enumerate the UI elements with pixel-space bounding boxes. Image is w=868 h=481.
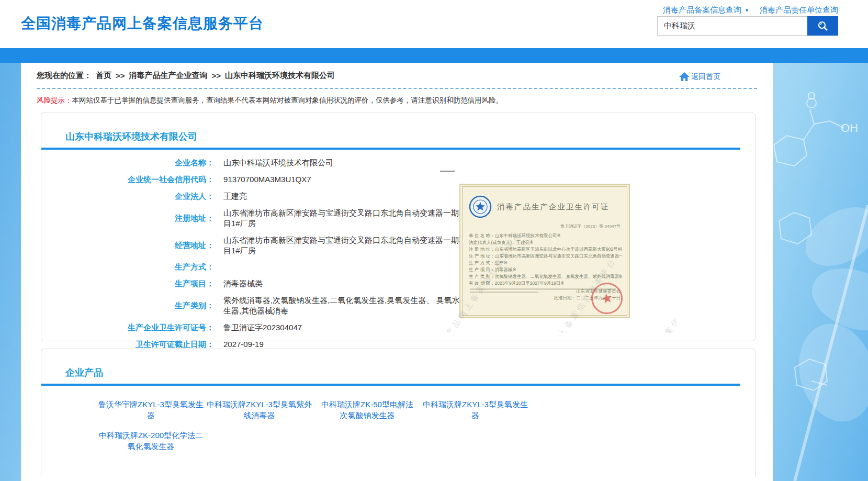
product-link[interactable]: 鲁沃华宇牌ZKYL-3型臭氧发生器: [97, 399, 205, 421]
nav-filing-info-query-label: 消毒产品备案信息查询: [663, 5, 741, 15]
field-label: 生产企业卫生许可证号：: [41, 323, 214, 333]
nav-filing-info-query[interactable]: 消毒产品备案信息查询 ▼: [663, 5, 749, 15]
breadcrumb-current-page: 山东中科瑞沃环境技术有限公司: [225, 71, 335, 81]
certificate-line: 生 产 项 目：消毒器械※: [469, 266, 622, 273]
field-label: 生产项目：: [41, 279, 214, 289]
field-row: 生产项目： 消毒器械类: [41, 278, 755, 289]
certificate-line: 法定代表人(或负责人)：王建亮※: [469, 239, 622, 246]
dashed-divider: [37, 88, 757, 89]
nav-responsible-unit-query-label: 消毒产品责任单位查询: [760, 5, 838, 15]
field-label: 企业统一社会信用代码：: [41, 175, 214, 185]
home-icon: [679, 72, 690, 82]
field-row: 企业名称： 山东中科瑞沃环境技术有限公司: [41, 158, 755, 168]
field-value: 王建亮: [223, 191, 247, 202]
field-label: 企业名称：: [41, 158, 214, 168]
field-value: 2027-09-19: [223, 339, 264, 350]
breadcrumb-separator: >>: [116, 71, 125, 80]
field-row: 经营地址： 山东省潍坊市高新区潍安路与宝通街交叉路口东北角自动变速器一期项目1#…: [41, 235, 755, 256]
content-panel: 您现在的位置： 首页 >> 消毒产品生产企业查询 >> 山东中科瑞沃环境技术有限…: [21, 63, 773, 481]
product-list: 鲁沃华宇牌ZKYL-3型臭氧发生器 中科瑞沃牌ZKYL-3型臭氧紫外线消毒器 中…: [41, 386, 755, 461]
breadcrumb-prefix: 您现在的位置：: [37, 71, 92, 81]
certificate-emblem-icon: [469, 195, 492, 218]
field-row: 生产方式：: [41, 262, 755, 272]
certificate-line: 生 产 方 式：生产※: [469, 260, 622, 266]
site-header: 全国消毒产品网上备案信息服务平台 消毒产品备案信息查询 ▼ 消毒产品责任单位查询: [0, 0, 868, 48]
chevron-down-icon: ▼: [745, 8, 749, 13]
field-value: 消毒器械类: [223, 278, 263, 289]
breadcrumb: 您现在的位置： 首页 >> 消毒产品生产企业查询 >> 山东中科瑞沃环境技术有限…: [37, 71, 757, 82]
card-title-rule: [41, 148, 740, 150]
risk-notice-label: 风险提示：: [37, 96, 72, 104]
company-info-card: 山东中科瑞沃环境技术有限公司 企业名称： 山东中科瑞沃环境技术有限公司 企业统一…: [41, 113, 756, 341]
image-dash-mark: [440, 171, 455, 172]
field-label: 生产方式：: [41, 262, 214, 272]
certificate-line: 单 位 名 称：山东中科瑞沃环境技术有限公司※: [469, 232, 622, 239]
certificate-fine-print: [470, 292, 538, 293]
product-link[interactable]: 中科瑞沃牌ZKYL-3型臭氧紫外线消毒器: [205, 399, 313, 421]
products-card-title: 企业产品: [41, 349, 755, 379]
field-value: 山东省潍坊市高新区潍安路与宝通街交叉路口东北角自动变速器一期项目1#厂房: [223, 208, 468, 229]
field-row: 企业统一社会信用代码： 91370700MA3M3U1QX7: [41, 174, 755, 185]
company-fields: 企业名称： 山东中科瑞沃环境技术有限公司 企业统一社会信用代码： 9137070…: [41, 158, 755, 350]
nav-responsible-unit-query[interactable]: 消毒产品责任单位查询: [760, 5, 838, 15]
svg-text:O: O: [807, 90, 816, 102]
search-input[interactable]: [657, 16, 807, 36]
product-link[interactable]: 中科瑞沃牌ZK-200型化学法二氧化氯发生器: [97, 430, 205, 452]
certificate-line: 生 产 类 别：次氯酸钠发生器、二氧化氯发生器、臭氧发生器、紫外线消毒器械※: [469, 273, 622, 280]
field-row: 生产企业卫生许可证号： 鲁卫消证字202304047: [41, 322, 755, 333]
product-link[interactable]: 中科瑞沃牌ZK-50型电解法次氯酸钠发生器: [321, 399, 414, 421]
field-label: 生产类别：: [41, 301, 214, 311]
certificate-number: 鲁卫消证字（2023）第-04047号: [469, 223, 621, 229]
field-label: 卫生许可证截止日期：: [41, 340, 214, 350]
field-value: 紫外线消毒器,次氯酸钠发生器,二氧化氯发生器,臭氧发生器、 臭氧水发生器,其他器…: [223, 295, 468, 316]
company-card-title: 山东中科瑞沃环境技术有限公司: [41, 113, 755, 143]
product-link[interactable]: 中科瑞沃牌ZKYL-3型臭氧发生器: [421, 399, 529, 421]
risk-notice: 风险提示：本网站仅基于已掌握的信息提供查询服务，查询结果不代表本网站对被查询对象…: [37, 96, 757, 105]
search-box: [657, 16, 838, 36]
field-row: 注册地址： 山东省潍坊市高新区潍安路与宝通街交叉路口东北角自动变速器一期项目1#…: [41, 208, 755, 229]
seal-star-icon: ★: [599, 289, 614, 307]
field-label: 经营地址：: [41, 241, 214, 251]
breadcrumb-company-query-link[interactable]: 消毒产品生产企业查询: [129, 71, 208, 81]
background-molecule-art: OH O: [763, 48, 868, 481]
search-icon: [817, 20, 829, 32]
field-label: 注册地址：: [41, 214, 214, 223]
certificate-title: 消毒产品生产企业卫生许可证: [497, 202, 610, 212]
header-accent-bar: [0, 48, 868, 63]
field-row: 生产类别： 紫外线消毒器,次氯酸钠发生器,二氧化氯发生器,臭氧发生器、 臭氧水发…: [41, 295, 755, 316]
field-row: 企业法人： 王建亮: [41, 191, 755, 202]
field-label: 企业法人：: [41, 192, 214, 202]
company-products-card: 企业产品 鲁沃华宇牌ZKYL-3型臭氧发生器 中科瑞沃牌ZKYL-3型臭氧紫外线…: [41, 349, 756, 477]
svg-text:OH: OH: [841, 121, 858, 135]
field-value: 山东中科瑞沃环境技术有限公司: [223, 158, 333, 168]
breadcrumb-separator: >>: [212, 71, 221, 80]
hygiene-license-certificate-image: 消毒产品生产企业卫生许可证 鲁卫消证字（2023）第-04047号 单 位 名 …: [459, 184, 630, 318]
search-button[interactable]: [807, 16, 838, 36]
field-value: 山东省潍坊市高新区潍安路与宝通街交叉路口东北角自动变速器一期项目1#厂房: [223, 235, 468, 256]
field-row: 卫生许可证截止日期： 2027-09-19: [41, 339, 755, 350]
risk-notice-text: 本网站仅基于已掌握的信息提供查询服务，查询结果不代表本网站对被查询对象信用状况的…: [72, 96, 503, 104]
top-nav: 消毒产品备案信息查询 ▼ 消毒产品责任单位查询: [663, 5, 838, 15]
certificate-line: 生 产 地 址：山东省潍坊市高新区潍安路与宝通街交叉路口东北角自动变速器一期项目…: [469, 253, 622, 260]
site-title: 全国消毒产品网上备案信息服务平台: [21, 14, 264, 33]
certificate-line: 注 册 地 址：山东省潍坊高新区玉清东街以北中心次干道以西高新大厦902号科研※: [469, 246, 622, 253]
breadcrumb-home-link[interactable]: 首页: [96, 71, 111, 81]
back-home-label: 返回首页: [691, 72, 720, 82]
field-value: 91370700MA3M3U1QX7: [223, 174, 311, 185]
back-home-link[interactable]: 返回首页: [679, 72, 720, 82]
field-value: 鲁卫消证字202304047: [223, 322, 302, 333]
